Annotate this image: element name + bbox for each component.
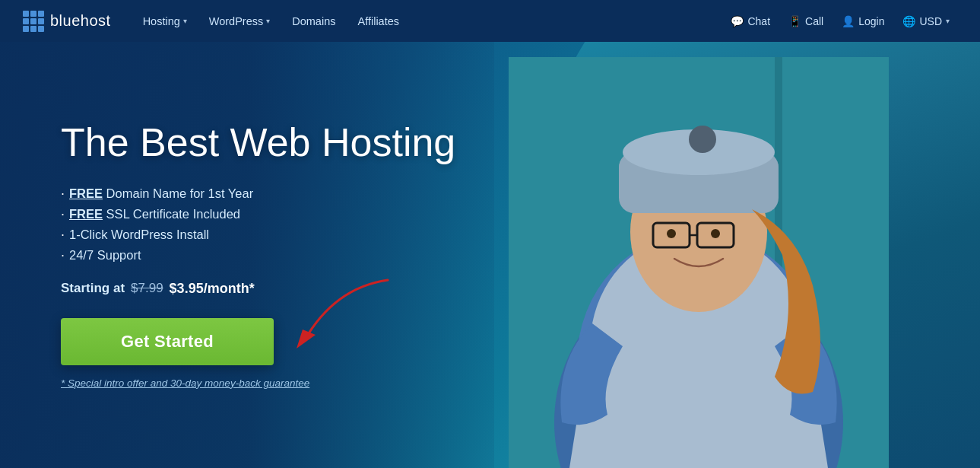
nav-login-label: Login xyxy=(858,15,884,27)
feature-wordpress: · 1-Click WordPress Install xyxy=(61,228,455,242)
bullet-4: · xyxy=(61,248,65,262)
nav-chat-label: Chat xyxy=(747,15,770,27)
feature-support-text: 24/7 Support xyxy=(69,248,141,263)
nav-wordpress-label: WordPress xyxy=(209,15,263,27)
nav-affiliates-label: Affiliates xyxy=(357,15,399,27)
nav-currency-label: USD xyxy=(919,15,942,27)
bullet-3: · xyxy=(61,228,65,241)
phone-icon: 📱 xyxy=(788,15,801,27)
pricing-label: Starting at xyxy=(61,281,125,296)
nav-links: Hosting ▾ WordPress ▾ Domains Affiliates xyxy=(134,9,724,33)
feature-ssl: · FREE SSL Certificate Included xyxy=(61,207,455,221)
bullet-1: · xyxy=(61,186,65,200)
logo-grid-icon xyxy=(23,11,44,32)
hero-content: The Best Web Hosting · FREE Domain Name … xyxy=(0,121,455,388)
nav-chat[interactable]: 💬 Chat xyxy=(723,11,778,32)
user-icon: 👤 xyxy=(842,15,855,27)
nav-domains-label: Domains xyxy=(292,15,335,27)
nav-call[interactable]: 📱 Call xyxy=(781,11,831,32)
navbar: bluehost Hosting ▾ WordPress ▾ Domains A… xyxy=(0,0,980,42)
svg-point-10 xyxy=(689,126,716,153)
original-price: $7.99 xyxy=(131,281,163,296)
special-offer-link[interactable]: * Special intro offer and 30-day money-b… xyxy=(61,377,455,389)
feature-domain: · FREE Domain Name for 1st Year xyxy=(61,186,455,201)
logo[interactable]: bluehost xyxy=(23,11,111,32)
nav-hosting-label: Hosting xyxy=(143,15,180,27)
person-illustration xyxy=(509,57,889,468)
feature-ssl-text: FREE SSL Certificate Included xyxy=(69,207,240,221)
get-started-button[interactable]: Get Started xyxy=(61,318,274,365)
free-label-2: FREE xyxy=(69,207,103,221)
bullet-2: · xyxy=(61,207,65,221)
nav-item-affiliates[interactable]: Affiliates xyxy=(348,9,408,33)
pricing-area: Starting at $7.99 $3.95/month* xyxy=(61,281,455,297)
svg-point-15 xyxy=(711,229,720,238)
nav-wordpress-chevron-icon: ▾ xyxy=(266,17,270,25)
hero-section: The Best Web Hosting · FREE Domain Name … xyxy=(0,42,980,468)
nav-login[interactable]: 👤 Login xyxy=(834,11,892,32)
feature-support: · 24/7 Support xyxy=(61,248,455,263)
new-price: $3.95/month* xyxy=(170,281,255,297)
globe-icon: 🌐 xyxy=(902,15,915,27)
nav-right: 💬 Chat 📱 Call 👤 Login 🌐 USD ▾ xyxy=(723,11,957,32)
feature-domain-text: FREE Domain Name for 1st Year xyxy=(69,186,253,201)
svg-marker-16 xyxy=(297,330,316,349)
nav-currency[interactable]: 🌐 USD ▾ xyxy=(895,11,957,32)
nav-item-domains[interactable]: Domains xyxy=(283,9,344,33)
nav-item-hosting[interactable]: Hosting ▾ xyxy=(134,9,196,33)
free-label-1: FREE xyxy=(69,186,103,200)
feature-wordpress-text: 1-Click WordPress Install xyxy=(69,228,209,242)
cta-area: Get Started xyxy=(61,318,274,365)
hero-features-list: · FREE Domain Name for 1st Year · FREE S… xyxy=(61,186,455,263)
hero-image xyxy=(478,42,919,468)
logo-text: bluehost xyxy=(50,12,111,30)
svg-point-14 xyxy=(667,229,676,238)
nav-item-wordpress[interactable]: WordPress ▾ xyxy=(200,9,279,33)
chat-icon: 💬 xyxy=(731,15,744,27)
hero-title: The Best Web Hosting xyxy=(61,121,455,164)
currency-chevron-icon: ▾ xyxy=(946,17,950,25)
nav-call-label: Call xyxy=(805,15,823,27)
nav-hosting-chevron-icon: ▾ xyxy=(183,17,187,25)
